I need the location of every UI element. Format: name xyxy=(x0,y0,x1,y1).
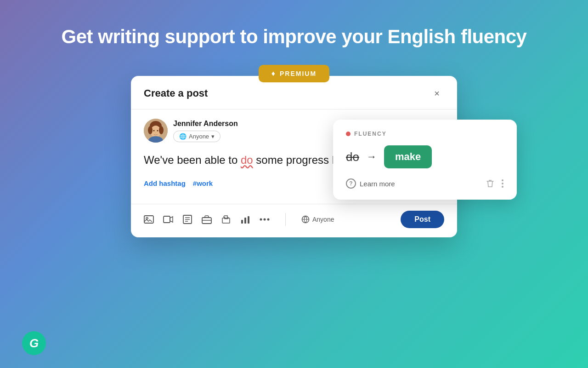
post-text-before: We've been able to xyxy=(144,154,241,166)
original-word: do xyxy=(346,150,359,164)
user-info: Jennifer Anderson 🌐 Anyone ▾ xyxy=(173,120,238,142)
add-hashtag-button[interactable]: Add hashtag xyxy=(144,179,186,187)
chevron-down-icon: ▾ xyxy=(211,133,215,140)
question-icon: ? xyxy=(346,178,356,189)
fluency-dot xyxy=(346,132,351,136)
audience-footer-button[interactable]: Anyone xyxy=(301,215,334,224)
avatar xyxy=(144,119,168,143)
hashtag-work[interactable]: #work xyxy=(193,179,213,187)
audience-label: Anyone xyxy=(189,133,209,140)
modal-footer: Anyone Post xyxy=(131,204,457,237)
popup-action-icons xyxy=(486,179,504,188)
highlighted-word[interactable]: do xyxy=(241,154,253,166)
user-name: Jennifer Anderson xyxy=(173,120,238,128)
popup-more-icon[interactable] xyxy=(501,179,504,188)
grammarly-g-letter: G xyxy=(29,336,39,351)
svg-rect-10 xyxy=(164,216,170,223)
modal-title: Create a post xyxy=(144,87,208,99)
svg-rect-8 xyxy=(144,216,153,223)
post-button[interactable]: Post xyxy=(401,211,444,228)
image-icon[interactable] xyxy=(144,214,154,224)
more-icon[interactable] xyxy=(260,218,270,221)
svg-point-25 xyxy=(502,179,503,181)
close-button[interactable]: × xyxy=(430,86,444,101)
svg-point-7 xyxy=(159,126,164,134)
svg-point-5 xyxy=(157,130,158,132)
arrow-icon: → xyxy=(367,151,377,163)
svg-point-23 xyxy=(267,218,270,221)
toolbar-icons: Anyone xyxy=(144,213,393,226)
headline: Get writing support to improve your Engl… xyxy=(34,25,554,48)
svg-point-21 xyxy=(260,218,262,221)
premium-badge[interactable]: ♦ PREMIUM xyxy=(259,65,329,82)
globe-icon: 🌐 xyxy=(179,133,187,140)
replacement-button[interactable]: make xyxy=(384,145,432,168)
trash-icon[interactable] xyxy=(486,179,495,188)
svg-rect-19 xyxy=(244,218,246,224)
learn-more-label: Learn more xyxy=(360,180,395,188)
modal-container: Create a post × xyxy=(131,76,457,237)
audience-selector[interactable]: 🌐 Anyone ▾ xyxy=(173,131,220,142)
chart-icon[interactable] xyxy=(240,214,250,224)
fluency-header: FLUENCY xyxy=(346,131,504,137)
fluency-label: FLUENCY xyxy=(354,131,387,137)
diamond-icon: ♦ xyxy=(271,69,276,78)
audience-footer-label: Anyone xyxy=(312,216,334,223)
fluency-popup: FLUENCY do → make ? Learn more xyxy=(333,120,517,200)
svg-point-4 xyxy=(153,130,155,132)
article-icon[interactable] xyxy=(182,214,192,224)
svg-point-27 xyxy=(502,186,503,188)
svg-point-26 xyxy=(502,183,503,184)
fluency-footer: ? Learn more xyxy=(346,178,504,189)
svg-rect-20 xyxy=(248,216,249,224)
svg-point-6 xyxy=(148,126,153,134)
puzzle-icon[interactable] xyxy=(221,214,231,224)
svg-point-9 xyxy=(146,218,148,219)
video-icon[interactable] xyxy=(163,214,173,224)
svg-point-22 xyxy=(264,218,266,221)
premium-label: PREMIUM xyxy=(280,70,317,77)
grammarly-logo[interactable]: G xyxy=(22,331,46,355)
toolbar-divider xyxy=(285,213,286,226)
learn-more-button[interactable]: ? Learn more xyxy=(346,178,482,189)
briefcase-icon[interactable] xyxy=(202,214,212,224)
suggestion-row: do → make xyxy=(346,145,504,168)
svg-rect-18 xyxy=(241,220,243,224)
